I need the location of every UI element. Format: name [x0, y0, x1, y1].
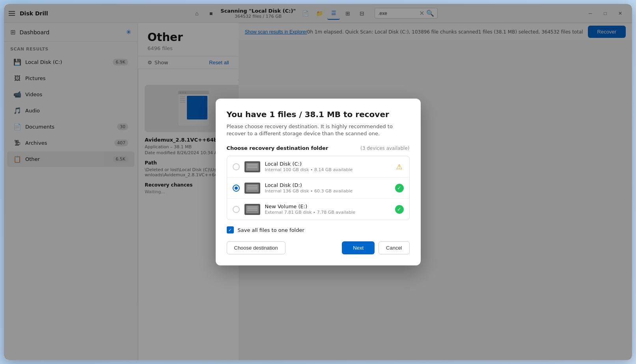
modal-section-label: Choose recovery destination folder — [227, 145, 328, 151]
choose-destination-button[interactable]: Choose destination — [227, 241, 285, 254]
device-e-icon — [244, 204, 260, 215]
next-button[interactable]: Next — [342, 241, 375, 254]
device-d-radio[interactable] — [233, 185, 240, 192]
radio-inner-d — [235, 187, 238, 190]
device-item-c[interactable]: Local Disk (C:) Internal 100 GB disk • 8… — [227, 156, 409, 177]
device-c-radio[interactable] — [233, 163, 240, 170]
device-e-detail: External 7.81 GB disk • 7.78 GB availabl… — [265, 210, 390, 215]
device-e-status: ✓ — [395, 205, 404, 214]
device-c-info: Local Disk (C:) Internal 100 GB disk • 8… — [265, 161, 390, 172]
modal-devices-count: (3 devices available) — [360, 146, 409, 151]
device-e-info: New Volume (E:) External 7.81 GB disk • … — [265, 203, 390, 215]
device-d-detail: Internal 136 GB disk • 60.3 GB available — [265, 189, 390, 194]
device-item-e[interactable]: New Volume (E:) External 7.81 GB disk • … — [227, 199, 409, 220]
modal-actions: Choose destination Next Cancel — [227, 241, 410, 254]
save-folder-row: ✓ Save all files to one folder — [227, 226, 410, 233]
recovery-destination-modal: You have 1 files / 38.1 MB to recover Pl… — [216, 99, 421, 265]
device-d-name: Local Disk (D:) — [265, 182, 390, 188]
device-d-status: ✓ — [395, 184, 404, 192]
device-c-icon — [244, 161, 260, 172]
modal-title: You have 1 files / 38.1 MB to recover — [227, 110, 410, 119]
device-c-name: Local Disk (C:) — [265, 161, 390, 167]
device-d-icon — [244, 183, 260, 194]
modal-overlay: You have 1 files / 38.1 MB to recover Pl… — [4, 4, 632, 360]
device-list: Local Disk (C:) Internal 100 GB disk • 8… — [227, 156, 410, 220]
app-window: Disk Drill ⌂ ■ Scanning "Local Disk (C:)… — [4, 4, 632, 360]
device-e-name: New Volume (E:) — [265, 203, 390, 209]
save-folder-checkbox[interactable]: ✓ — [227, 226, 234, 233]
modal-subtitle: Please choose recovery destination. It i… — [227, 123, 410, 137]
device-item-d[interactable]: Local Disk (D:) Internal 136 GB disk • 6… — [227, 177, 409, 199]
device-e-radio[interactable] — [233, 206, 240, 213]
save-folder-label: Save all files to one folder — [238, 227, 304, 233]
modal-right-actions: Next Cancel — [342, 241, 409, 254]
modal-section-header: Choose recovery destination folder (3 de… — [227, 145, 410, 151]
device-d-info: Local Disk (D:) Internal 136 GB disk • 6… — [265, 182, 390, 194]
device-c-status: ⚠ — [395, 162, 404, 171]
device-c-detail: Internal 100 GB disk • 8.14 GB available — [265, 167, 390, 172]
cancel-button[interactable]: Cancel — [379, 241, 409, 254]
